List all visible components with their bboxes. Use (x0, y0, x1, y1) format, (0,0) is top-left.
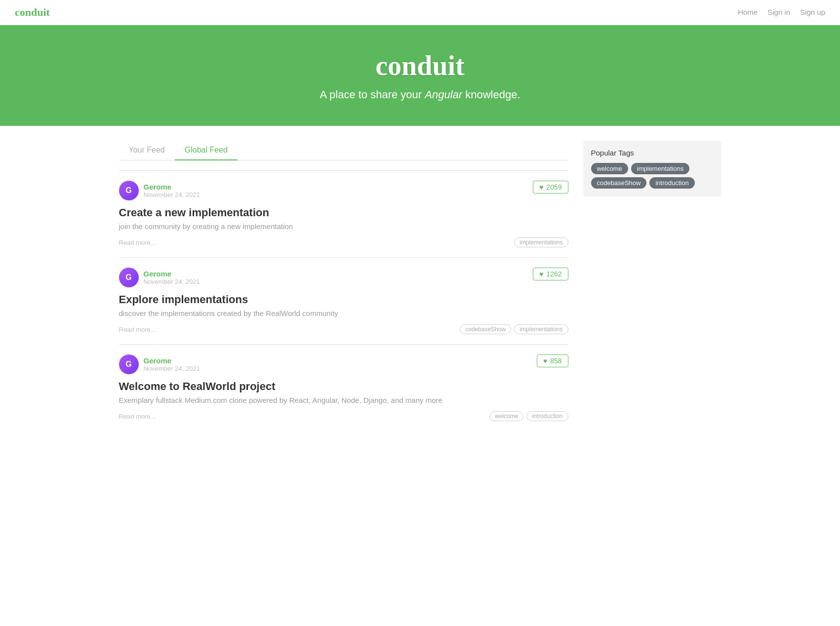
article-tag[interactable]: introduction (526, 411, 568, 421)
article-date: November 24, 2021 (144, 365, 200, 372)
article-tag[interactable]: implementations (514, 237, 568, 247)
hero-subtitle-suffix: knowledge. (462, 88, 520, 101)
article-tag[interactable]: codebaseShow (460, 324, 511, 334)
tab-global-feed[interactable]: Global Feed (175, 141, 238, 160)
hero-banner: conduit A place to share your Angular kn… (0, 25, 840, 126)
article-tags: codebaseShow implementations (460, 324, 568, 334)
article-footer: Read more... implementations (119, 237, 568, 247)
tags-list: welcome implementations codebaseShow int… (591, 163, 714, 189)
article-tags: implementations (514, 237, 568, 247)
popular-tags-title: Popular Tags (591, 149, 714, 157)
read-more[interactable]: Read more... (119, 413, 156, 420)
nav-home[interactable]: Home (738, 8, 758, 16)
article-tags: welcome introduction (489, 411, 568, 421)
like-button[interactable]: ♥ 1262 (533, 268, 568, 280)
article-tag[interactable]: implementations (514, 324, 568, 334)
nav-signin[interactable]: Sign in (767, 8, 790, 16)
hero-subtitle: A place to share your Angular knowledge. (10, 88, 830, 101)
article-title[interactable]: Welcome to RealWorld project (119, 380, 568, 393)
article-footer: Read more... welcome introduction (119, 411, 568, 421)
like-button[interactable]: ♥ 2059 (533, 181, 568, 194)
author-info: G Gerome November 24, 2021 (119, 268, 200, 287)
article-date: November 24, 2021 (144, 191, 200, 198)
article-date: November 24, 2021 (144, 278, 200, 285)
avatar: G (119, 181, 139, 200)
article-title[interactable]: Explore implementations (119, 293, 568, 306)
article-header: G Gerome November 24, 2021 ♥ 2059 (119, 181, 568, 200)
main-container: Your Feed Global Feed G Gerome November … (109, 126, 731, 446)
avatar: G (119, 354, 139, 374)
like-button[interactable]: ♥ 858 (537, 354, 568, 367)
like-count: 1262 (546, 270, 561, 278)
article-title[interactable]: Create a new implementation (119, 206, 568, 219)
like-count: 858 (550, 357, 561, 365)
feed-section: Your Feed Global Feed G Gerome November … (119, 141, 568, 431)
article-card: G Gerome November 24, 2021 ♥ 1262 Explor… (119, 257, 568, 344)
popular-tag[interactable]: codebaseShow (591, 177, 647, 189)
author-info: G Gerome November 24, 2021 (119, 181, 200, 200)
article-tag[interactable]: welcome (489, 411, 523, 421)
author-details: Gerome November 24, 2021 (144, 356, 200, 372)
author-details: Gerome November 24, 2021 (144, 183, 200, 198)
hero-title: conduit (10, 50, 830, 81)
popular-tag[interactable]: implementations (631, 163, 690, 174)
author-details: Gerome November 24, 2021 (144, 270, 200, 285)
heart-icon: ♥ (543, 357, 547, 365)
hero-subtitle-prefix: A place to share your (320, 88, 425, 101)
author-info: G Gerome November 24, 2021 (119, 354, 200, 374)
tab-your-feed[interactable]: Your Feed (119, 141, 175, 160)
article-desc: Exemplary fullstack Medium.com clone pow… (119, 396, 568, 404)
author-name[interactable]: Gerome (144, 183, 200, 191)
navbar: conduit Home Sign in Sign up (0, 0, 840, 25)
article-card: G Gerome November 24, 2021 ♥ 2059 Create… (119, 170, 568, 257)
sidebar: Popular Tags welcome implementations cod… (583, 141, 721, 431)
article-desc: join the community by creating a new imp… (119, 222, 568, 231)
nav-signup[interactable]: Sign up (800, 8, 825, 16)
nav-links: Home Sign in Sign up (738, 8, 825, 17)
article-footer: Read more... codebaseShow implementation… (119, 324, 568, 334)
read-more[interactable]: Read more... (119, 326, 156, 333)
article-header: G Gerome November 24, 2021 ♥ 1262 (119, 268, 568, 287)
article-card: G Gerome November 24, 2021 ♥ 858 Welcome… (119, 344, 568, 431)
popular-tags-box: Popular Tags welcome implementations cod… (583, 141, 721, 196)
like-count: 2059 (546, 183, 561, 191)
read-more[interactable]: Read more... (119, 239, 156, 246)
feed-tabs: Your Feed Global Feed (119, 141, 568, 160)
author-name[interactable]: Gerome (144, 356, 200, 365)
avatar: G (119, 268, 139, 287)
heart-icon: ♥ (539, 270, 543, 278)
heart-icon: ♥ (539, 183, 543, 191)
popular-tag[interactable]: welcome (591, 163, 628, 174)
nav-brand[interactable]: conduit (15, 6, 50, 19)
author-name[interactable]: Gerome (144, 270, 200, 278)
article-header: G Gerome November 24, 2021 ♥ 858 (119, 354, 568, 374)
popular-tag[interactable]: introduction (649, 177, 694, 189)
article-desc: discover the implementations created by … (119, 309, 568, 317)
hero-subtitle-italic: Angular (425, 88, 462, 101)
